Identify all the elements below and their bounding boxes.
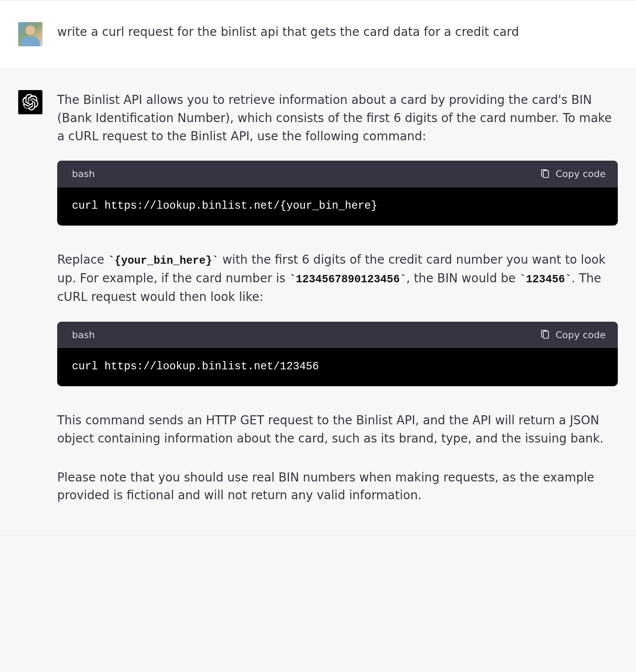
user-avatar xyxy=(18,22,42,46)
user-message-text: write a curl request for the binlist api… xyxy=(57,22,618,46)
assistant-paragraph: Please note that you should use real BIN… xyxy=(57,468,618,505)
code-content[interactable]: curl https://lookup.binlist.net/{your_bi… xyxy=(57,187,618,226)
inline-code: `1234567890123456` xyxy=(289,273,406,286)
code-language-label: bash xyxy=(72,167,95,181)
code-content[interactable]: curl https://lookup.binlist.net/123456 xyxy=(57,348,618,386)
clipboard-icon xyxy=(540,330,550,340)
clipboard-icon xyxy=(540,169,550,179)
code-block: bash Copy code curl https://lookup.binli… xyxy=(57,161,618,225)
copy-code-button[interactable]: Copy code xyxy=(540,328,606,342)
inline-code: `{your_bin_here}` xyxy=(108,255,219,267)
inline-code: `123456` xyxy=(519,273,571,286)
code-block-header: bash Copy code xyxy=(57,161,618,187)
code-block-header: bash Copy code xyxy=(57,322,618,348)
assistant-message-content: The Binlist API allows you to retrieve i… xyxy=(57,90,618,510)
user-message: write a curl request for the binlist api… xyxy=(0,0,636,68)
svg-rect-1 xyxy=(543,331,548,338)
user-text: write a curl request for the binlist api… xyxy=(57,25,519,39)
chat-thread: write a curl request for the binlist api… xyxy=(0,0,636,535)
code-block: bash Copy code curl https://lookup.binli… xyxy=(57,322,618,386)
text-fragment: , the BIN would be xyxy=(406,271,519,285)
assistant-avatar xyxy=(18,90,42,114)
copy-code-label: Copy code xyxy=(555,328,606,342)
assistant-message: The Binlist API allows you to retrieve i… xyxy=(0,68,636,535)
copy-code-label: Copy code xyxy=(555,167,606,181)
assistant-paragraph: Replace `{your_bin_here}` with the first… xyxy=(57,251,618,306)
copy-code-button[interactable]: Copy code xyxy=(540,167,606,181)
assistant-paragraph: The Binlist API allows you to retrieve i… xyxy=(57,91,618,145)
openai-logo-icon xyxy=(22,94,39,110)
assistant-paragraph: This command sends an HTTP GET request t… xyxy=(57,411,618,448)
code-language-label: bash xyxy=(72,328,95,342)
text-fragment: Replace xyxy=(57,252,108,266)
svg-rect-0 xyxy=(543,171,548,178)
